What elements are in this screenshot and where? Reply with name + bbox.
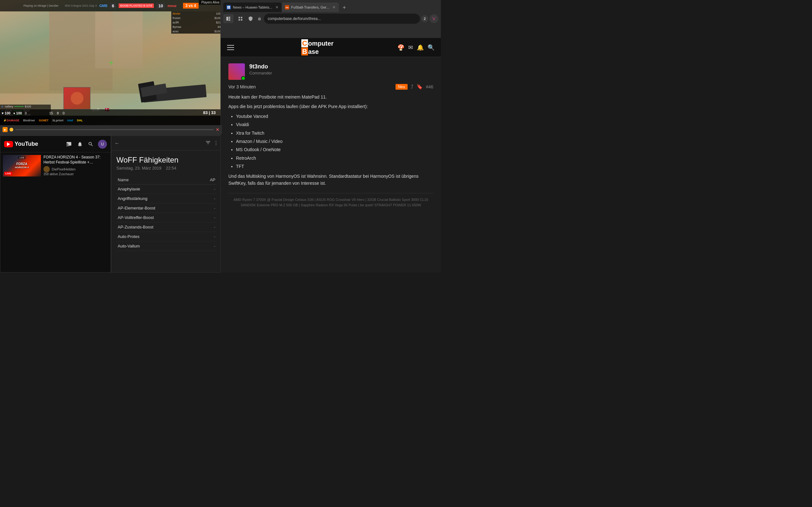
game-table-row: AP-Elementar-Boost- (116, 204, 217, 213)
cb-post-outro: Und das Multisking von HarmonyOS ist Wah… (229, 173, 433, 187)
yt-user-avatar[interactable]: U (98, 140, 107, 149)
game-table-row: AP-Zustands-Boost- (116, 222, 217, 232)
yt-cast-icon[interactable] (66, 141, 72, 148)
cb-hamburger-menu[interactable] (227, 43, 237, 53)
cb-mario-icon[interactable]: 🍄 (397, 44, 404, 51)
team2-name: mouz (167, 4, 177, 8)
game-entry-ap: - (200, 241, 217, 251)
yt-video-item[interactable]: FORZA HORIZON 4 LIVE LIVE FORZA HORIZON … (0, 153, 111, 179)
team1-name: GMB (99, 4, 107, 8)
yt-video-title: FORZA HORIZON 4 - Season 37: Herbst Fest… (44, 155, 108, 165)
browser-tabs: News – Huawei-Tablets... ✕ tm Fußball-Tr… (221, 0, 441, 12)
yt-logo-text: YouTube (14, 141, 38, 147)
cb-post-time: Vor 3 Minuten (229, 84, 256, 89)
cb-share-icon[interactable]: ⤴ (411, 84, 413, 90)
game-entry-ap: - (200, 194, 217, 204)
yt-bell-icon[interactable] (77, 141, 84, 148)
game-entry-name: AP-Elementar-Boost (116, 204, 200, 213)
browser-shield-icon[interactable] (246, 14, 255, 23)
cb-post-meta: Vor 3 Minuten Neu ⤴ 🔖 #46 (229, 83, 433, 90)
cb-app-item: Xtra for Twitch (236, 130, 433, 136)
csgo-hud-top: Playing on Mirage | Decider IEM Cologne … (0, 0, 222, 11)
game-table-row: Angriffsstärkung- (116, 194, 217, 204)
csgo-stream: acoR 🇩🇰 Playing on Mirage | Decider IEM … (0, 0, 222, 125)
cb-logo-c: C (301, 39, 308, 47)
sponsor-dhl: DHL (77, 119, 83, 122)
hamburger-line-3 (227, 49, 234, 50)
yt-video-thumbnail: FORZA HORIZON 4 LIVE LIVE (3, 155, 41, 176)
browser-content: Computer Base 🍄 ✉ 🔔 🔍 9t3ndo Commander (221, 38, 441, 273)
tab-close-active[interactable]: ✕ (275, 5, 278, 9)
cb-app-item: Amazon / Music / Video (236, 138, 433, 145)
game-table-row: Anaphylaxie- (116, 184, 217, 194)
cb-post-body: Heute kam der Postbote mit meinem MatePa… (229, 94, 433, 187)
svg-rect-10 (239, 19, 240, 20)
cb-system-info: AMD Ryzen 7 3700X @ Fractal Design Celsi… (229, 193, 433, 208)
game-table: Name AP Anaphylaxie-Angriffsstärkung-AP-… (116, 176, 217, 251)
cb-app-item: TFT (236, 163, 433, 170)
browser-tab-inactive[interactable]: tm Fußball-Transfers, Ger... ✕ (282, 3, 339, 12)
tab-favicon-cb (226, 5, 231, 9)
cb-username: 9t3ndo (249, 63, 272, 70)
game-entry-name: Auto-Protes (116, 232, 200, 241)
yt-search-icon[interactable] (87, 141, 94, 148)
hud-label: IEM Cologne 2021 Day 3 (65, 4, 97, 7)
svg-rect-0 (227, 6, 229, 7)
browser-badge[interactable]: 2 (421, 15, 428, 22)
svg-rect-2 (227, 7, 229, 9)
game-entry-ap: - (200, 222, 217, 232)
cb-system-info-line1: AMD Ryzen 7 3700X @ Fractal Design Celsi… (229, 197, 433, 203)
app-icon-csgo: ▶ (3, 127, 8, 132)
progress-bar (15, 129, 214, 130)
col-ap-header: AP (200, 176, 217, 184)
cb-logo-text1: omputer (308, 40, 334, 47)
game-entry-name: Auto-Vallum (116, 241, 200, 251)
csgo-min-btn[interactable] (9, 128, 13, 131)
cb-user-rank: Commander (249, 71, 272, 75)
yt-logo: YouTube (4, 141, 38, 147)
browser-address-bar[interactable]: computerbase.de/forum/threa... (264, 14, 420, 24)
game-entry-name: Angriffsstärkung (116, 194, 200, 204)
yt-video-info: FORZA HORIZON 4 - Season 37: Herbst Fest… (44, 155, 108, 176)
cb-post-intro: Heute kam der Postbote mit meinem MatePa… (229, 94, 433, 101)
game-entry-ap: - (200, 232, 217, 241)
col-name-header: Name (116, 176, 200, 184)
cb-bookmark-icon[interactable]: 🔖 (416, 83, 423, 90)
sponsor-bar: ⚡DAMAGE Biodrner GO9ET SLpriort intel DH… (0, 116, 222, 125)
bomb-indicator: BOMB PLANTED B SITE (119, 3, 154, 8)
cb-bell-icon[interactable]: 🔔 (417, 44, 424, 51)
game-entry-name: AP-Zustands-Boost (116, 222, 200, 232)
svg-rect-11 (241, 19, 242, 20)
cb-mail-icon[interactable]: ✉ (408, 44, 413, 51)
game-menu-icon[interactable]: ⋮ (213, 140, 218, 146)
tab-close-inactive[interactable]: ✕ (333, 5, 336, 9)
cb-user-avatar (229, 63, 245, 80)
yt-logo-icon (4, 141, 13, 147)
game-back-icon[interactable]: ← (114, 140, 119, 146)
game-title: WoFF Fähigkeiten (116, 156, 217, 164)
new-tab-button[interactable]: + (340, 3, 349, 12)
cb-post-number: #46 (426, 84, 433, 89)
tab-favicon-tm: tm (285, 5, 289, 9)
sidebar-toggle-btn[interactable] (223, 14, 234, 23)
csgo-x-btn[interactable]: ✕ (216, 127, 219, 132)
cb-search-icon[interactable]: 🔍 (427, 44, 435, 51)
cb-post-header: 9t3ndo Commander (229, 63, 433, 80)
game-entry-ap: - (200, 184, 217, 194)
browser-grid-icon[interactable] (236, 14, 245, 23)
browser-vivaldi-icon[interactable]: V (429, 14, 438, 23)
yt-channel-name: DiePixelHelden (52, 167, 75, 171)
browser-tab-active[interactable]: News – Huawei-Tablets... ✕ (223, 3, 282, 12)
csgo-window-bar: ▶ ✕ (0, 125, 222, 134)
browser-window: News – Huawei-Tablets... ✕ tm Fußball-Tr… (220, 0, 441, 273)
sponsor-damage: ⚡DAMAGE (3, 119, 19, 122)
tab-title-active: News – Huawei-Tablets... (233, 5, 272, 9)
csgo-gameplay: acoR 🇩🇰 Playing on Mirage | Decider IEM … (0, 0, 222, 125)
svg-rect-9 (241, 17, 242, 18)
svg-rect-7 (229, 20, 230, 20)
game-filter-icon[interactable] (205, 140, 211, 147)
cb-logo: Computer Base (301, 39, 334, 56)
yt-header-icons: U (66, 140, 107, 149)
yt-channel-avatar (44, 166, 50, 172)
yt-header: YouTube U (0, 136, 111, 153)
